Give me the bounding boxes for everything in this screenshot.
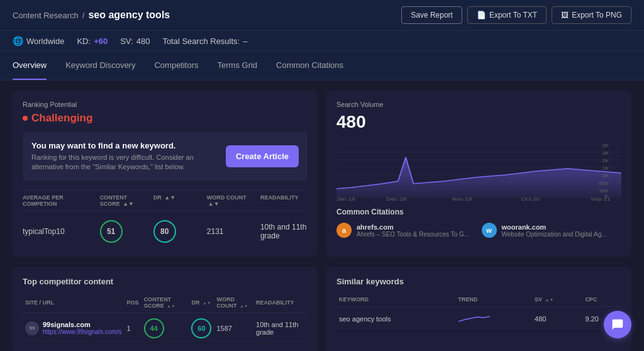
- status-label: Challenging: [31, 112, 92, 125]
- metrics-row: typicalTop10 51 80 2131 10th and 11th gr…: [23, 216, 308, 247]
- tab-keyword-discovery[interactable]: Keyword Discovery: [65, 52, 135, 80]
- kw-table-row: seo agency tools 480 9.20: [336, 306, 621, 331]
- row-label: typicalTop10: [23, 227, 94, 236]
- globe-icon: 🌐: [13, 36, 23, 46]
- page-title: seo agency tools: [88, 9, 170, 21]
- woorank-info: woorank.com Website Optimization and Dig…: [502, 223, 607, 238]
- col-dr-hdr[interactable]: DR ▲▼: [189, 292, 214, 313]
- woorank-desc: Website Optimization and Digital Ag...: [502, 231, 607, 238]
- kw-col-sv[interactable]: SV ▲▼: [532, 292, 582, 307]
- toolbar: 🌐 Worldwide KD: +60 SV: 480 Total Search…: [0, 31, 644, 52]
- content-score-cell: 44: [142, 313, 189, 343]
- col-readability-hdr: READABILITY: [253, 292, 308, 313]
- kw-trend: [456, 306, 532, 331]
- breadcrumb-separator: /: [82, 11, 85, 20]
- kw-keyword: seo agency tools: [336, 306, 456, 331]
- dr-sort-icon[interactable]: ▲▼: [164, 195, 175, 201]
- pos-cell: 1: [125, 313, 142, 343]
- site-name: 99signals.com: [43, 321, 122, 328]
- dr-circle: 60: [191, 318, 211, 338]
- content-score-circle: 44: [144, 318, 164, 338]
- tab-terms-grid[interactable]: Terms Grid: [218, 52, 258, 80]
- word-count-sort-icon[interactable]: ▲▼: [208, 201, 219, 207]
- metrics-header: AVERAGE PER COMPETION CONTENT SCORE ▲▼ D…: [23, 190, 308, 211]
- col-content-score-hdr[interactable]: CONTENT SCORE ▲▼: [142, 292, 189, 313]
- bottom-section: Top competitor content SITE / URL POS CO…: [0, 267, 644, 351]
- content-score-sort-icon[interactable]: ▲▼: [123, 201, 134, 207]
- tabs-nav: Overview Keyword Discovery Competitors T…: [0, 52, 644, 81]
- create-article-button[interactable]: Create Article: [226, 145, 299, 167]
- sv-chart: Jan-18 Dec-18 Nov-19 Oct-20 Sep-21 2K 2K…: [336, 138, 621, 201]
- competitor-title: Top competitor content: [23, 277, 308, 286]
- dr-cell: 60: [189, 313, 214, 343]
- main-content: Ranking Potential Challenging You may wa…: [0, 81, 644, 267]
- location-selector[interactable]: 🌐 Worldwide: [13, 36, 64, 46]
- svg-text:Nov-19: Nov-19: [452, 196, 472, 201]
- site-url[interactable]: https://www.99signals.com/s: [43, 328, 122, 335]
- kw-col-keyword: KEYWORD: [336, 292, 456, 307]
- ranking-status: Challenging: [23, 112, 308, 125]
- citations-grid: a ahrefs.com Ahrefs – SEO Tools & Resour…: [336, 223, 621, 243]
- alert-heading: You may want to find a new keyword.: [31, 141, 217, 150]
- svg-text:300: 300: [599, 189, 608, 194]
- col-site-url: SITE / URL: [23, 292, 125, 313]
- alert-box: You may want to find a new keyword. Rank…: [23, 132, 308, 181]
- similar-keywords-card: Similar keywords KEYWORD TREND SV ▲▼ CPC…: [326, 267, 631, 351]
- keywords-table-body: seo agency tools 480 9.20: [336, 306, 621, 331]
- kw-col-trend: TREND: [456, 292, 532, 307]
- svg-text:2K: 2K: [602, 159, 609, 164]
- save-report-button[interactable]: Save Report: [401, 6, 462, 24]
- status-dot: [23, 116, 28, 121]
- citations-section: Common Citations a ahrefs.com Ahrefs – S…: [336, 208, 621, 243]
- ranking-card-title: Ranking Potential: [23, 101, 308, 108]
- ranking-card: Ranking Potential Challenging You may wa…: [13, 91, 318, 257]
- search-volume-card: Search Volume 480: [326, 91, 631, 257]
- kw-col-cpc: CPC: [582, 292, 621, 307]
- breadcrumb-parent: Content Research: [13, 11, 79, 20]
- svg-text:1K: 1K: [602, 166, 609, 171]
- table-row: 99 99signals.com https://www.99signals.c…: [23, 313, 308, 343]
- alert-body: Ranking for this keyword is very difficu…: [31, 153, 217, 172]
- svg-text:Jan-18: Jan-18: [336, 196, 355, 201]
- woorank-icon: w: [482, 223, 497, 238]
- doc-icon: 📄: [477, 11, 486, 20]
- keywords-table-head: KEYWORD TREND SV ▲▼ CPC: [336, 292, 621, 307]
- svg-text:600: 600: [599, 181, 608, 186]
- ahrefs-info: ahrefs.com Ahrefs – SEO Tools & Resource…: [357, 223, 469, 238]
- export-txt-button[interactable]: 📄 Export To TXT: [467, 6, 547, 24]
- col-dr: DR ▲▼: [153, 194, 201, 207]
- svg-text:0: 0: [604, 194, 608, 199]
- tab-competitors[interactable]: Competitors: [154, 52, 198, 80]
- image-icon: 🖼: [561, 11, 569, 20]
- competitor-table: SITE / URL POS CONTENT SCORE ▲▼ DR ▲▼ WO…: [23, 292, 308, 344]
- sv-card-title: Search Volume: [336, 101, 621, 108]
- export-png-button[interactable]: 🖼 Export To PNG: [552, 6, 631, 24]
- sv-value: 480: [336, 112, 621, 132]
- svg-text:Oct-20: Oct-20: [521, 196, 540, 201]
- content-score-badge: 51: [100, 220, 123, 243]
- competitor-table-head: SITE / URL POS CONTENT SCORE ▲▼ DR ▲▼ WO…: [23, 292, 308, 313]
- kd-display: KD: +60: [77, 36, 108, 46]
- dr-badge: 80: [153, 220, 176, 243]
- breadcrumb: Content Research / seo agency tools: [13, 9, 170, 21]
- svg-text:Sep-21: Sep-21: [591, 196, 611, 201]
- readability-value: 10th and 11th grade: [260, 223, 308, 240]
- col-word-count: WORD COUNT ▲▼: [207, 194, 254, 207]
- svg-text:2K: 2K: [602, 143, 609, 148]
- tab-overview[interactable]: Overview: [13, 52, 47, 80]
- col-word-count-hdr[interactable]: WORD COUNT ▲▼: [214, 292, 253, 313]
- site-cell: 99 99signals.com https://www.99signals.c…: [23, 313, 125, 343]
- readability-cell: 10th and 11th grade: [253, 313, 308, 343]
- woorank-name: woorank.com: [502, 223, 607, 231]
- similar-keywords-title: Similar keywords: [336, 277, 621, 286]
- chat-bubble[interactable]: [604, 311, 631, 338]
- svg-text:Dec-18: Dec-18: [387, 196, 407, 201]
- svg-text:1K: 1K: [602, 174, 609, 179]
- competitor-table-body: 99 99signals.com https://www.99signals.c…: [23, 313, 308, 343]
- word-count-cell: 1587: [214, 313, 253, 343]
- col-avg-competition: AVERAGE PER COMPETION: [23, 194, 94, 207]
- chat-icon: [611, 318, 624, 331]
- tab-common-citations[interactable]: Common Citations: [276, 52, 343, 80]
- app-header: Content Research / seo agency tools Save…: [0, 0, 644, 31]
- citations-title: Common Citations: [336, 208, 621, 216]
